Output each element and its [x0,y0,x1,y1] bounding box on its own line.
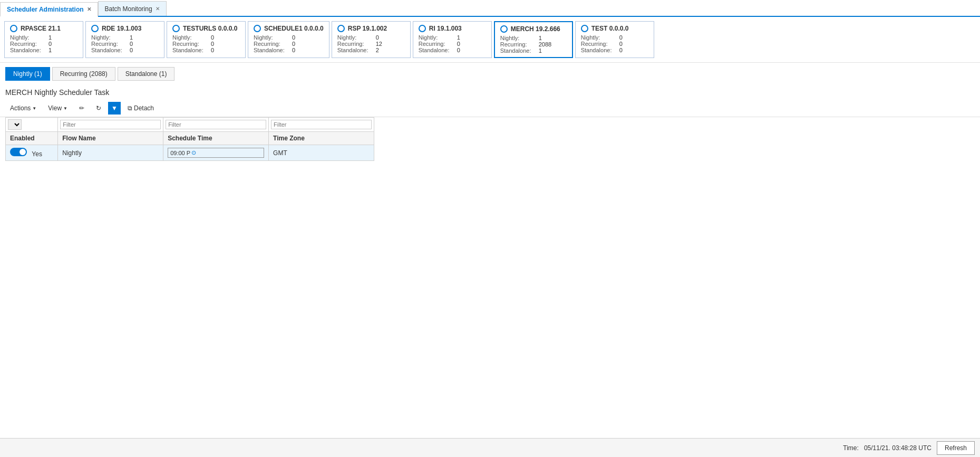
close-icon[interactable]: ✕ [87,6,91,12]
recurring-value: 0 [130,41,133,47]
filter-enabled-select[interactable] [8,119,22,130]
nightly-value: 1 [48,34,52,41]
actions-button[interactable]: Actions ▼ [5,102,41,115]
scheduler-card-testurls[interactable]: TESTURLS 0.0.0.0 Nightly: 0 Recurring: 0… [167,21,246,58]
filter-button[interactable]: ▼ [108,102,121,115]
nightly-label: Nightly: [337,34,372,41]
nightly-label: Nightly: [91,34,125,41]
standalone-value: 1 [48,47,52,53]
nightly-value: 1 [539,35,542,41]
recurring-value: 2088 [539,41,551,47]
time-value: 05/11/21. 03:48:28 UTC [864,444,932,452]
sub-tab-recurring[interactable]: Recurring (2088) [52,67,115,81]
sub-tab-standalone[interactable]: Standalone (1) [118,67,175,81]
circle-icon [172,25,180,32]
scheduler-card-ri[interactable]: RI 19.1.003 Nightly: 1 Recurring: 0 Stan… [413,21,492,58]
detach-label: Detach [134,104,154,112]
circle-icon [337,25,345,32]
refresh-icon: ↻ [96,104,101,112]
card-title-text: RPASCE 21.1 [21,25,61,32]
scheduler-card-rde[interactable]: RDE 19.1.003 Nightly: 1 Recurring: 0 Sta… [85,21,164,58]
circle-icon [91,25,99,32]
time-value: 09:00 P [170,150,190,156]
recurring-value: 0 [292,41,295,47]
recurring-value: 0 [211,41,214,47]
section-title: MERCH Nightly Scheduler Task [0,85,980,100]
tab-scheduler-admin-label: Scheduler Administration [7,6,84,13]
table-header-row: Enabled Flow Name Schedule Time Time Zon… [6,132,374,145]
filter-flowname-cell [58,118,163,132]
recurring-value: 12 [376,41,382,47]
close-icon[interactable]: ✕ [156,6,160,12]
filter-timezone-input[interactable] [271,120,372,129]
time-input[interactable]: 09:00 P ⊙ [168,148,264,158]
view-button[interactable]: View ▼ [43,102,72,115]
schedule-time-cell[interactable]: 09:00 P ⊙ [163,145,269,161]
circle-icon [254,25,261,32]
standalone-label: Standalone: [581,47,615,53]
filter-scheduletime-input[interactable] [166,120,266,129]
timezone-cell: GMT [269,145,374,161]
filter-icon: ▼ [111,104,118,112]
recurring-label: Recurring: [172,41,207,47]
recurring-label: Recurring: [500,41,535,47]
card-title-text: TEST 0.0.0.0 [591,25,629,32]
scheduler-card-rpasce[interactable]: RPASCE 21.1 Nightly: 1 Recurring: 0 Stan… [4,21,83,58]
filter-timezone-cell [269,118,374,132]
sub-tab-nightly[interactable]: Nightly (1) [5,67,50,81]
nightly-value: 0 [292,34,295,41]
edit-button[interactable]: ✏ [74,102,89,115]
scheduler-card-test[interactable]: TEST 0.0.0.0 Nightly: 0 Recurring: 0 Sta… [575,21,654,58]
nightly-value: 0 [376,34,379,41]
recurring-value: 0 [48,41,52,47]
nightly-label: Nightly: [10,34,44,41]
detach-button[interactable]: ⧉ Detach [123,102,159,115]
recurring-label: Recurring: [254,41,288,47]
standalone-value: 0 [211,47,214,53]
chevron-down-icon: ▼ [63,106,67,111]
tab-batch-monitoring[interactable]: Batch Monitoring ✕ [98,1,167,16]
actions-label: Actions [10,104,31,112]
standalone-value: 1 [539,47,542,54]
standalone-value: 0 [292,47,295,53]
standalone-value: 0 [130,47,133,53]
nightly-label: Nightly: [419,34,453,41]
standalone-label: Standalone: [254,47,288,53]
recurring-label: Recurring: [419,41,453,47]
nightly-value: 0 [211,34,214,41]
clock-icon[interactable]: ⊙ [191,149,196,156]
standalone-value: 0 [619,47,623,53]
standalone-label: Standalone: [500,47,535,54]
enabled-toggle[interactable] [10,148,27,156]
standalone-label: Standalone: [419,47,453,53]
card-title-text: MERCH 19.2.666 [511,25,560,33]
recurring-value: 0 [457,41,460,47]
scheduler-card-merch[interactable]: MERCH 19.2.666 Nightly: 1 Recurring: 208… [494,21,573,58]
pencil-icon: ✏ [79,104,84,112]
filter-flowname-input[interactable] [60,120,161,129]
scheduler-card-schedule1[interactable]: SCHEDULE1 0.0.0.0 Nightly: 0 Recurring: … [248,21,329,58]
enabled-label: Yes [32,150,42,158]
recurring-label: Recurring: [10,41,44,47]
col-scheduletime-header: Schedule Time [163,132,269,145]
refresh-table-button[interactable]: ↻ [91,102,106,115]
toolbar: Actions ▼ View ▼ ✏ ↻ ▼ ⧉ Detach [0,100,980,117]
nightly-value: 1 [130,34,133,41]
filter-scheduletime-cell [163,118,269,132]
filter-row [6,118,374,132]
nightly-label: Nightly: [500,35,535,41]
table-row: Yes Nightly 09:00 P ⊙ GMT [6,145,374,161]
refresh-button[interactable]: Refresh [937,441,975,455]
tab-scheduler-admin[interactable]: Scheduler Administration ✕ [0,2,98,17]
sub-tabs-container: Nightly (1)Recurring (2088)Standalone (1… [0,63,980,85]
standalone-label: Standalone: [91,47,125,53]
table-container: Enabled Flow Name Schedule Time Time Zon… [0,117,980,438]
standalone-label: Standalone: [172,47,207,53]
nightly-value: 0 [619,34,623,41]
status-bar: Time: 05/11/21. 03:48:28 UTC Refresh [0,438,980,457]
nightly-value: 1 [457,34,460,41]
standalone-value: 2 [376,47,379,53]
tab-batch-monitoring-label: Batch Monitoring [105,5,152,13]
card-title-text: TESTURLS 0.0.0.0 [183,25,237,32]
scheduler-card-rsp[interactable]: RSP 19.1.002 Nightly: 0 Recurring: 12 St… [332,21,411,58]
